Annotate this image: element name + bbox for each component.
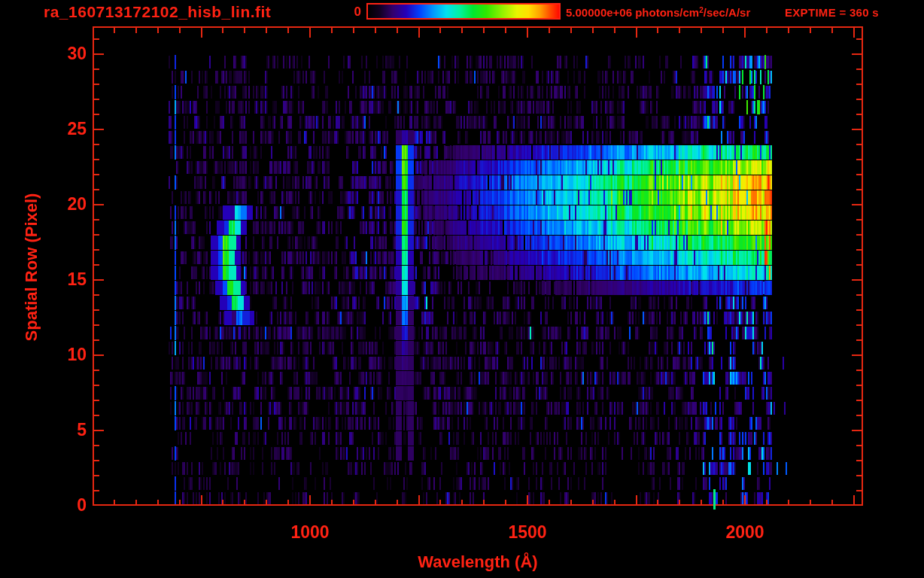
y-tick-label: 25 bbox=[44, 119, 87, 139]
y-tick-label: 5 bbox=[44, 420, 87, 440]
colorbar-max-label: 5.00000e+06 photons/cm2/sec/A/sr bbox=[566, 6, 750, 19]
x-tick-label: 1500 bbox=[490, 522, 565, 543]
colorbar-min-label: 0 bbox=[324, 5, 361, 20]
y-axis-title: Spatial Row (Pixel) bbox=[22, 192, 41, 342]
colorbar-unit-superscript: 2 bbox=[699, 6, 704, 14]
colorbar bbox=[366, 3, 561, 20]
x-tick-label: 2000 bbox=[707, 522, 783, 543]
x-tick-label: 1000 bbox=[272, 522, 348, 543]
y-tick-label: 0 bbox=[44, 495, 87, 516]
y-tick-label: 30 bbox=[44, 44, 87, 64]
y-tick-label: 15 bbox=[44, 269, 87, 290]
colorbar-unit-suffix: /sec/A/sr bbox=[704, 6, 751, 19]
colorbar-max-value: 5.00000e+06 bbox=[566, 6, 632, 19]
y-tick-label: 10 bbox=[44, 345, 87, 365]
x-axis-title: Wavelength (Å) bbox=[365, 552, 591, 572]
file-title: ra_160713172102_hisb_lin.fit bbox=[44, 3, 271, 21]
exptime-label: EXPTIME = 360 s bbox=[785, 6, 879, 19]
colorbar-unit-prefix: photons/cm bbox=[632, 6, 699, 19]
y-tick-label: 20 bbox=[44, 194, 87, 214]
spectrogram-plot-canvas bbox=[0, 0, 924, 578]
spectrogram-window: ra_160713172102_hisb_lin.fit 0 5.00000e+… bbox=[0, 0, 924, 578]
